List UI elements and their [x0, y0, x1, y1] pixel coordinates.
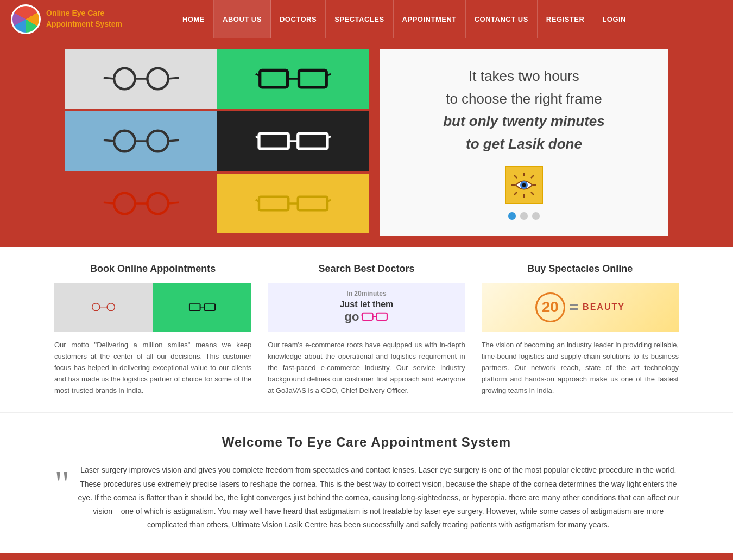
svg-rect-16 — [298, 133, 327, 149]
svg-line-3 — [104, 78, 114, 79]
svg-line-34 — [514, 175, 517, 178]
spectacles-img-content: 20 = BEAUTY — [482, 283, 679, 332]
welcome-quote: Laser surgery improves vision and gives … — [78, 463, 679, 532]
footer-bar — [0, 553, 733, 560]
glasses-cell-2 — [217, 49, 369, 109]
quote-mark: " — [54, 469, 70, 499]
svg-rect-46 — [363, 313, 374, 320]
svg-line-14 — [168, 140, 179, 141]
mini-glasses-1 — [89, 299, 118, 315]
nav-login[interactable]: LOGIN — [593, 0, 635, 38]
glasses-round-gray — [103, 62, 179, 95]
nav-appointment[interactable]: APPOINTMENT — [394, 0, 466, 38]
feature-doctors-desc: Our team's e-commerce roots have equippe… — [268, 340, 465, 396]
svg-rect-15 — [259, 133, 288, 149]
dot-3[interactable] — [532, 212, 540, 220]
welcome-title: Welcome To Eye Care Appointment System — [54, 435, 679, 450]
glasses-rect-green — [255, 62, 331, 95]
feature-doctors: Search Best Doctors In 20minutes Just le… — [268, 263, 465, 396]
nav-contact[interactable]: CONTANCT US — [466, 0, 538, 38]
glasses-cell-1 — [65, 49, 217, 109]
nav-register[interactable]: REGISTER — [538, 0, 593, 38]
features-section: Book Online Appointments Our motto "Deli… — [0, 247, 733, 412]
feature-doctors-image: In 20minutes Just let them go — [268, 283, 465, 332]
nav-doctors[interactable]: DOCTORS — [271, 0, 326, 38]
svg-line-23 — [104, 203, 114, 204]
svg-point-10 — [114, 131, 135, 152]
glasses-round-red — [103, 187, 179, 220]
feature-appointments: Book Online Appointments Our motto "Deli… — [54, 263, 251, 396]
feature-appointments-title: Book Online Appointments — [90, 263, 216, 275]
glasses-cell-5 — [65, 174, 217, 233]
eye-icon-box — [505, 166, 543, 204]
svg-rect-44 — [204, 304, 215, 310]
svg-rect-6 — [299, 70, 327, 87]
svg-line-35 — [531, 192, 534, 195]
nav-spectacles[interactable]: SPECTACLES — [326, 0, 393, 38]
nav-home[interactable]: HOME — [174, 0, 214, 38]
feature-doctors-title: Search Best Doctors — [318, 263, 414, 275]
feature-appointments-desc: Our motto "Delivering a million smiles" … — [54, 340, 251, 396]
quote-block: " Laser surgery improves vision and give… — [54, 463, 679, 532]
carousel-dots[interactable] — [508, 212, 540, 220]
svg-rect-26 — [298, 197, 327, 211]
svg-line-36 — [531, 175, 534, 178]
logo-icon — [11, 4, 41, 34]
svg-point-11 — [147, 131, 168, 152]
welcome-section: Welcome To Eye Care Appointment System "… — [0, 412, 733, 553]
svg-line-13 — [104, 140, 114, 141]
glasses-cell-6 — [217, 174, 369, 233]
navbar: Online Eye Care Appointment System HOME … — [0, 0, 733, 38]
nav-about[interactable]: ABOUT US — [214, 0, 271, 38]
svg-line-4 — [168, 78, 179, 79]
feature-spectacles-image: 20 = BEAUTY — [482, 283, 679, 332]
svg-point-21 — [147, 193, 168, 214]
svg-rect-47 — [377, 313, 388, 320]
pink-glasses-icon — [361, 309, 388, 324]
svg-point-41 — [108, 303, 115, 311]
svg-point-40 — [92, 303, 100, 311]
svg-rect-25 — [259, 197, 288, 211]
glasses-cell-4 — [217, 111, 369, 171]
glasses-round-blue — [103, 125, 179, 157]
feature-spectacles-title: Buy Spectacles Online — [527, 263, 633, 275]
logo-text: Online Eye Care Appointment System — [46, 8, 122, 29]
glasses-cell-3 — [65, 111, 217, 171]
svg-rect-43 — [189, 304, 200, 310]
svg-point-0 — [114, 68, 135, 90]
feature-spectacles: Buy Spectacles Online 20 = BEAUTY The vi… — [482, 263, 679, 396]
hero-section: It takes two hours to choose the right f… — [0, 38, 733, 247]
nav-links: HOME ABOUT US DOCTORS SPECTACLES APPOINT… — [174, 0, 635, 38]
doctors-img-content: In 20minutes Just let them go — [268, 283, 465, 332]
svg-point-39 — [522, 183, 526, 187]
svg-point-20 — [114, 193, 135, 214]
logo-area: Online Eye Care Appointment System — [0, 4, 174, 34]
svg-line-37 — [514, 192, 517, 195]
feature-spectacles-desc: The vision of becoming an industry leade… — [482, 340, 679, 396]
eye-sun-icon — [510, 171, 538, 199]
hero-tagline: It takes two hours to choose the right f… — [443, 65, 605, 155]
svg-line-24 — [168, 203, 179, 204]
svg-rect-5 — [260, 70, 288, 87]
glasses-rect-dark — [255, 125, 331, 157]
hero-text: It takes two hours to choose the right f… — [380, 49, 668, 236]
feature-appointments-image — [54, 283, 251, 332]
dot-2[interactable] — [520, 212, 528, 220]
glasses-grid — [65, 49, 369, 236]
glasses-rect-yellow — [255, 187, 331, 220]
svg-point-1 — [147, 68, 168, 90]
dot-1[interactable] — [508, 212, 516, 220]
mini-glasses-2 — [187, 299, 217, 315]
